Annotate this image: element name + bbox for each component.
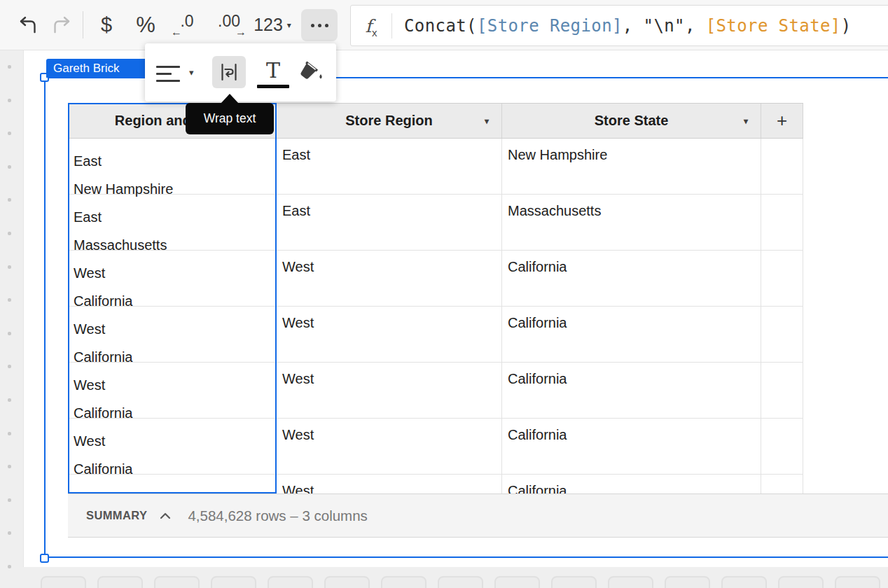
table-row: West CaliforniaWestCalifornia: [68, 307, 803, 363]
number-format-dropdown[interactable]: 123 ▾: [249, 0, 296, 50]
cell-empty[interactable]: [761, 195, 803, 250]
decrease-decimal-button[interactable]: .0 ←: [168, 0, 206, 50]
cell-store-region[interactable]: East: [277, 195, 502, 250]
cell-store-state[interactable]: California: [502, 419, 761, 474]
fill-color-button[interactable]: [293, 56, 326, 91]
cell-store-state[interactable]: California: [502, 475, 761, 493]
cell-empty[interactable]: [761, 363, 803, 418]
ellipsis-icon: [325, 24, 328, 27]
text-color-icon: T: [256, 59, 291, 83]
more-formatting-button[interactable]: [301, 9, 338, 41]
cell-store-state[interactable]: California: [502, 307, 761, 362]
cell-store-state[interactable]: California: [502, 363, 761, 418]
grid-cell-placeholder: [494, 576, 540, 588]
percent-format-button[interactable]: %: [127, 0, 164, 50]
toolbar-divider: [83, 11, 83, 38]
grid-cell-placeholder: [778, 576, 824, 588]
ruler-tick: [8, 332, 11, 335]
grid-cell-placeholder: [835, 576, 880, 588]
cell-store-state[interactable]: California: [502, 251, 761, 306]
table-row: East New HampshireEastNew Hampshire: [68, 139, 803, 195]
grid-cell-placeholder: [381, 576, 426, 588]
decrease-decimal-icon: .0: [180, 14, 193, 28]
align-left-icon: [156, 66, 180, 68]
number-format-label: 123: [254, 15, 283, 35]
ruler-tick: [8, 99, 11, 102]
ruler-tick: [8, 398, 11, 402]
cell-store-region[interactable]: West: [277, 419, 502, 474]
add-column-button[interactable]: +: [761, 104, 803, 138]
currency-format-button[interactable]: $: [91, 0, 122, 50]
cell-store-region[interactable]: West: [277, 307, 502, 362]
formula-segment: [Store State]: [706, 16, 841, 36]
percent-icon: %: [136, 13, 155, 38]
currency-icon: $: [101, 13, 112, 36]
text-color-button[interactable]: T: [256, 59, 291, 88]
cell-region-and-state[interactable]: West California: [68, 363, 277, 418]
grid-cell-placeholder: [665, 576, 710, 588]
element-name-tag[interactable]: Gareth Brick: [46, 59, 158, 78]
top-toolbar: $ % .0 ← .00 → 123 ▾ fx Concat([Store Re…: [0, 0, 888, 50]
ruler-tick: [8, 165, 11, 169]
align-dropdown-chevron-icon[interactable]: ▾: [189, 67, 194, 78]
selection-handle-bottom-left[interactable]: [40, 554, 49, 563]
text-color-swatch: [257, 85, 289, 88]
chevron-down-icon[interactable]: ▾: [485, 116, 489, 126]
ruler-tick: [8, 232, 11, 235]
cell-region-and-state[interactable]: West California: [68, 307, 277, 362]
wrap-text-button[interactable]: [212, 56, 246, 88]
cell-empty[interactable]: [761, 251, 803, 306]
ellipsis-icon: [318, 24, 321, 27]
cell-store-state[interactable]: Massachusetts: [502, 195, 761, 250]
collapse-chevron-icon[interactable]: [160, 512, 171, 519]
align-text-button[interactable]: [156, 66, 181, 87]
redo-button[interactable]: [48, 0, 76, 50]
ruler-tick: [8, 298, 11, 302]
chevron-down-icon: ▾: [287, 20, 291, 30]
table-row: West CaliforniaWestCalifornia: [68, 363, 803, 419]
grid-cell-placeholder: [97, 576, 143, 588]
cell-region-and-state[interactable]: East New Hampshire: [68, 139, 277, 194]
summary-bar[interactable]: SUMMARY 4,584,628 rows – 3 columns: [68, 493, 888, 538]
increase-decimal-button[interactable]: .00 →: [209, 0, 249, 50]
ruler-tick: [8, 265, 11, 269]
table-row: East MassachusettsEastMassachusetts: [68, 195, 803, 251]
cell-store-region[interactable]: West: [277, 251, 502, 306]
cell-store-region[interactable]: West: [277, 363, 502, 418]
cell-store-region[interactable]: East: [277, 139, 502, 194]
column-header-store-region[interactable]: Store Region ▾: [277, 104, 502, 138]
ruler-tick: [8, 132, 11, 135]
ruler-tick: [8, 65, 11, 69]
ellipsis-icon: [311, 24, 314, 27]
align-left-icon: [156, 80, 180, 82]
formula-input[interactable]: Concat([Store Region], "\n", [Store Stat…: [392, 16, 852, 36]
cell-store-state[interactable]: New Hampshire: [502, 139, 761, 194]
row-column-count: 4,584,628 rows – 3 columns: [188, 507, 367, 524]
cell-empty[interactable]: [761, 307, 803, 362]
formula-segment: Concat(: [404, 16, 477, 36]
grid-cell-placeholder: [41, 576, 86, 588]
cell-region-and-state[interactable]: West California: [68, 251, 277, 306]
ruler-tick: [8, 365, 11, 368]
undo-button[interactable]: [14, 0, 42, 50]
formula-bar[interactable]: fx Concat([Store Region], "\n", [Store S…: [350, 5, 888, 46]
column-header-store-state[interactable]: Store State ▾: [502, 104, 761, 138]
cell-empty[interactable]: [761, 475, 803, 493]
canvas-left-ruler: [0, 50, 24, 588]
cell-store-region[interactable]: West: [277, 475, 502, 493]
grid-cell-placeholder: [324, 576, 370, 588]
align-left-icon: [156, 73, 172, 75]
redo-icon: [51, 15, 72, 36]
cell-empty[interactable]: [761, 419, 803, 474]
cell-region-and-state[interactable]: West California: [68, 475, 277, 493]
formula-segment: ): [841, 16, 852, 36]
cell-empty[interactable]: [761, 139, 803, 194]
grid-cell-placeholder: [268, 576, 313, 588]
tooltip-label: Wrap text: [204, 111, 256, 126]
cell-region-and-state[interactable]: West California: [68, 419, 277, 474]
fx-icon: fx: [351, 13, 392, 38]
cell-region-and-state[interactable]: East Massachusetts: [68, 195, 277, 250]
ruler-tick: [8, 465, 11, 468]
chevron-down-icon[interactable]: ▾: [744, 116, 748, 126]
format-popover: ▾ T: [145, 43, 336, 102]
